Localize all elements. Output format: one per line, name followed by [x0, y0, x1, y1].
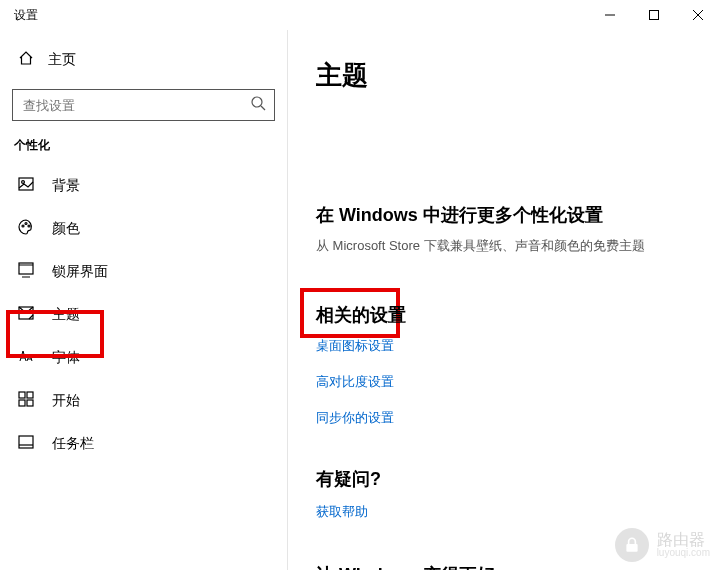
- nav-home-label: 主页: [48, 51, 76, 69]
- sidebar-item-label: 主题: [52, 306, 80, 324]
- sidebar: 主页 个性化 背景: [0, 30, 288, 570]
- themes-icon: [18, 305, 34, 324]
- question-heading: 有疑问?: [316, 467, 710, 491]
- make-windows-better-heading: 让 Windows 变得更好: [316, 563, 710, 570]
- window-controls: [588, 0, 720, 30]
- svg-rect-11: [19, 400, 25, 406]
- sidebar-item-themes[interactable]: 主题: [0, 293, 287, 336]
- search-icon: [250, 95, 266, 115]
- font-icon: [18, 348, 34, 367]
- link-sync-settings[interactable]: 同步你的设置: [316, 409, 710, 427]
- related-settings-heading: 相关的设置: [316, 303, 710, 327]
- nav-home[interactable]: 主页: [0, 40, 287, 79]
- titlebar: 设置: [0, 0, 720, 30]
- minimize-button[interactable]: [588, 0, 632, 30]
- sidebar-item-label: 开始: [52, 392, 80, 410]
- more-personalization-heading: 在 Windows 中进行更多个性化设置: [316, 203, 710, 227]
- window-title: 设置: [14, 7, 38, 24]
- content-pane: 主题 在 Windows 中进行更多个性化设置 从 Microsoft Stor…: [288, 30, 720, 570]
- maximize-button[interactable]: [632, 0, 676, 30]
- lockscreen-icon: [18, 262, 34, 281]
- link-get-help[interactable]: 获取帮助: [316, 503, 710, 521]
- start-icon: [18, 391, 34, 410]
- sidebar-item-colors[interactable]: 颜色: [0, 207, 287, 250]
- search-input[interactable]: [23, 98, 250, 113]
- sidebar-item-label: 颜色: [52, 220, 80, 238]
- sidebar-item-fonts[interactable]: 字体: [0, 336, 287, 379]
- home-icon: [18, 50, 34, 69]
- svg-rect-0: [650, 11, 659, 20]
- svg-rect-12: [27, 400, 33, 406]
- svg-point-5: [25, 223, 27, 225]
- palette-icon: [18, 219, 34, 238]
- taskbar-icon: [18, 434, 34, 453]
- svg-rect-10: [27, 392, 33, 398]
- sidebar-item-label: 背景: [52, 177, 80, 195]
- sidebar-item-label: 锁屏界面: [52, 263, 108, 281]
- search-box[interactable]: [12, 89, 275, 121]
- link-high-contrast[interactable]: 高对比度设置: [316, 373, 710, 391]
- section-label: 个性化: [0, 137, 287, 164]
- page-title: 主题: [316, 58, 710, 93]
- svg-point-6: [28, 225, 30, 227]
- sidebar-item-taskbar[interactable]: 任务栏: [0, 422, 287, 465]
- svg-rect-13: [19, 436, 33, 448]
- svg-rect-9: [19, 392, 25, 398]
- svg-point-1: [252, 97, 262, 107]
- link-desktop-icon-settings[interactable]: 桌面图标设置: [316, 337, 710, 355]
- close-button[interactable]: [676, 0, 720, 30]
- svg-point-4: [22, 225, 24, 227]
- more-personalization-sub: 从 Microsoft Store 下载兼具壁纸、声音和颜色的免费主题: [316, 237, 710, 255]
- sidebar-item-label: 字体: [52, 349, 80, 367]
- sidebar-item-label: 任务栏: [52, 435, 94, 453]
- picture-icon: [18, 176, 34, 195]
- sidebar-item-background[interactable]: 背景: [0, 164, 287, 207]
- sidebar-item-lockscreen[interactable]: 锁屏界面: [0, 250, 287, 293]
- sidebar-item-start[interactable]: 开始: [0, 379, 287, 422]
- svg-point-3: [22, 181, 25, 184]
